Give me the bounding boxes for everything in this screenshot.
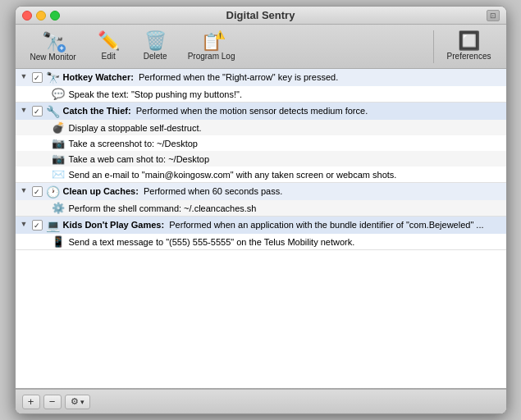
speak-text: Speak the text: "Stop pushing my buttons… [69,89,242,99]
monitor-group-kids-games: ▼ 💻 Kids Don't Play Games: Performed whe… [16,217,506,250]
program-log-warning-icon: ⚠️ [215,30,225,39]
preferences-button[interactable]: 🔲 Preferences [439,29,500,64]
action-row-self-destruct: 💣 Display a stoppable self-destruct. [16,120,506,135]
edit-label: Edit [102,52,116,61]
minimize-button[interactable] [36,11,46,21]
thief-icon: 🔧 [46,105,60,118]
action-row-shell: ⚙️ Perform the shell command: ~/.cleanca… [16,200,506,216]
monitor-row-hotkey-watcher: ▼ 🔭 Hotkey Watcher: Performed when the "… [16,69,506,86]
gear-arrow-icon: ▾ [80,398,85,406]
monitor-checkbox-thief[interactable] [32,106,43,116]
program-log-icon: 📋 ⚠️ [201,32,222,52]
action-row-sms: 📱 Send a text message to "(555) 555-5555… [16,234,506,249]
hotkey-watcher-name: Hotkey Watcher: [63,72,134,82]
main-window: Digital Sentry ⊡ 🔭 + New Monitor ✏️ Edit… [15,6,507,414]
shell-icon: ⚙️ [52,202,65,214]
monitor-row-clean-caches: ▼ 🕐 Clean up Caches: Performed when 60 s… [16,183,506,200]
new-monitor-badge: + [57,44,66,52]
computer-icon: 💻 [46,219,60,232]
bottombar: + − ⚙ ▾ [16,389,506,413]
webcam-text: Take a web cam shot to: ~/Desktop [69,154,210,164]
clock-icon: 🕐 [46,185,60,199]
expand-arrow-caches[interactable]: ▼ [21,185,29,194]
self-destruct-icon: 💣 [52,121,65,134]
program-log-label: Program Log [188,52,235,61]
delete-icon: 🗑️ [144,32,167,50]
gear-menu-button[interactable]: ⚙ ▾ [65,395,90,409]
close-button[interactable] [22,11,32,21]
clean-caches-name: Clean up Caches: [63,186,139,196]
new-monitor-icon: 🔭 + [42,31,64,52]
action-row-screenshot: 📷 Take a screenshot to: ~/Desktop [16,135,506,151]
sms-icon: 📱 [52,235,65,248]
sms-text: Send a text message to "(555) 555-5555" … [69,237,355,247]
webcam-icon: 📷 [52,153,65,165]
monitor-checkbox-caches[interactable] [32,186,43,197]
expand-arrow-thief[interactable]: ▼ [21,105,29,114]
gear-icon: ⚙ [71,396,79,407]
self-destruct-text: Display a stoppable self-destruct. [69,123,202,133]
monitor-row-catch-thief: ▼ 🔧 Catch the Thief: Performed when the … [16,103,506,120]
monitor-checkbox-kids[interactable] [32,220,43,231]
titlebar: Digital Sentry ⊡ [16,7,506,25]
empty-space [16,250,506,357]
window-title: Digital Sentry [226,9,295,21]
hotkey-watcher-text: Hotkey Watcher: Performed when the "Righ… [63,71,339,84]
preferences-label: Preferences [447,52,491,61]
new-monitor-label: New Monitor [30,52,76,62]
email-text: Send an e-mail to "main@koingosw.com" wi… [69,170,397,180]
delete-label: Delete [144,52,167,61]
hotkey-icon: 🔭 [46,71,60,84]
monitor-row-kids-games: ▼ 💻 Kids Don't Play Games: Performed whe… [16,217,506,234]
edit-button[interactable]: ✏️ Edit [86,29,131,64]
expand-arrow-hotkey[interactable]: ▼ [21,71,29,80]
catch-thief-text: Catch the Thief: Performed when the moti… [63,105,368,117]
expand-arrow-kids[interactable]: ▼ [21,219,29,228]
add-monitor-button[interactable]: + [22,395,40,409]
resize-widget: ⊡ [487,10,500,21]
action-row-speak: 💬 Speak the text: "Stop pushing my butto… [16,86,506,102]
monitor-group-catch-thief: ▼ 🔧 Catch the Thief: Performed when the … [16,103,506,183]
clean-caches-text: Clean up Caches: Performed when 60 secon… [63,185,283,198]
toolbar-separator [433,30,434,63]
screenshot-icon: 📷 [52,137,65,149]
program-log-button[interactable]: 📋 ⚠️ Program Log [180,29,244,64]
kids-games-text: Kids Don't Play Games: Performed when an… [63,219,484,231]
catch-thief-name: Catch the Thief: [63,106,131,116]
monitor-group-clean-caches: ▼ 🕐 Clean up Caches: Performed when 60 s… [16,183,506,217]
action-row-webcam: 📷 Take a web cam shot to: ~/Desktop [16,151,506,167]
kids-games-name: Kids Don't Play Games: [63,220,165,230]
screenshot-text: Take a screenshot to: ~/Desktop [69,139,198,148]
remove-monitor-button[interactable]: − [43,395,62,409]
shell-text: Perform the shell command: ~/.cleancache… [69,203,257,213]
email-icon: ✉️ [52,168,65,180]
preferences-icon: 🔲 [458,32,480,50]
speak-icon: 💬 [52,88,65,100]
maximize-button[interactable] [50,11,60,21]
toolbar: 🔭 + New Monitor ✏️ Edit 🗑️ Delete 📋 ⚠️ P… [16,25,506,69]
action-row-email: ✉️ Send an e-mail to "main@koingosw.com"… [16,167,506,182]
monitor-group-hotkey-watcher: ▼ 🔭 Hotkey Watcher: Performed when the "… [16,69,506,103]
new-monitor-button[interactable]: 🔭 + New Monitor [22,28,85,65]
window-controls [22,11,60,21]
edit-icon: ✏️ [98,32,120,50]
delete-button[interactable]: 🗑️ Delete [133,29,178,64]
monitors-list: ▼ 🔭 Hotkey Watcher: Performed when the "… [16,69,506,389]
monitor-checkbox-hotkey[interactable] [32,72,43,83]
